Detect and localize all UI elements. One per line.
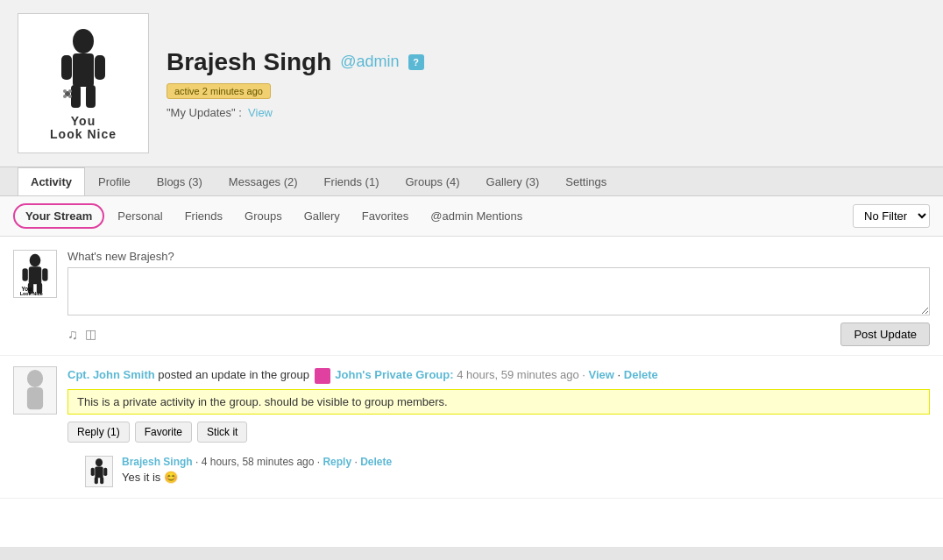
- reply-reply-link[interactable]: Reply: [323, 456, 351, 468]
- activity-separator: ·: [618, 368, 624, 381]
- post-actions-row: ♫ ◫ Post Update: [67, 323, 930, 346]
- svg-point-21: [96, 458, 103, 466]
- tab-groups[interactable]: Groups (4): [392, 167, 472, 195]
- activity-action-text: posted an update in the group: [158, 368, 312, 381]
- profile-name-row: Brajesh Singh @admin ?: [167, 48, 925, 76]
- activity-delete-link[interactable]: Delete: [624, 368, 658, 381]
- profile-name: Brajesh Singh: [167, 48, 331, 76]
- subnav-mentions[interactable]: @admin Mentions: [422, 205, 531, 227]
- stick-it-button[interactable]: Stick it: [197, 422, 247, 443]
- favorite-button[interactable]: Favorite: [135, 422, 192, 443]
- svg-rect-13: [22, 268, 27, 281]
- svg-rect-12: [29, 266, 42, 284]
- tab-friends[interactable]: Friends (1): [311, 167, 393, 195]
- activity-avatar-svg: [16, 369, 54, 413]
- activity-item: Cpt. John Smith posted an update in the …: [0, 356, 943, 499]
- reply-text: Yes it is 😊: [122, 471, 930, 484]
- view-link[interactable]: View: [248, 106, 273, 119]
- activity-user-link[interactable]: Cpt. John Smith: [67, 368, 155, 381]
- svg-point-11: [30, 253, 41, 266]
- svg-point-10: [68, 95, 72, 98]
- reply-body: Brajesh Singh · 4 hours, 58 minutes ago …: [122, 456, 930, 487]
- tab-settings[interactable]: Settings: [552, 167, 620, 195]
- svg-text:Look Nice: Look Nice: [20, 291, 43, 296]
- svg-rect-23: [91, 467, 95, 475]
- reply-button[interactable]: Reply (1): [67, 422, 130, 443]
- post-avatar-svg: You Look Nice: [16, 252, 54, 296]
- svg-point-0: [73, 29, 94, 53]
- subnav-friends[interactable]: Friends: [176, 205, 231, 227]
- post-icons: ♫ ◫: [67, 327, 96, 343]
- active-badge: active 2 minutes ago: [167, 83, 271, 99]
- you-look-nice-text: You Look Nice: [48, 115, 118, 142]
- reply-avatar-svg: [87, 457, 111, 486]
- no-filter-select[interactable]: No Filter: [853, 204, 930, 228]
- profile-avatar: You Look Nice: [18, 13, 149, 153]
- silhouette-svg: [48, 25, 118, 113]
- tab-gallery[interactable]: Gallery (3): [473, 167, 553, 195]
- svg-point-8: [68, 89, 72, 93]
- activity-body: Cpt. John Smith posted an update in the …: [67, 366, 930, 487]
- post-user-avatar: You Look Nice: [13, 250, 57, 298]
- reply-time: · 4 hours, 58 minutes ago ·: [195, 456, 323, 468]
- svg-rect-26: [100, 477, 103, 484]
- reply-meta: Brajesh Singh · 4 hours, 58 minutes ago …: [122, 456, 930, 468]
- music-icon[interactable]: ♫: [67, 327, 78, 343]
- activity-user-avatar: [13, 366, 57, 415]
- group-icon-badge: [315, 368, 330, 384]
- subnav-your-stream[interactable]: Your Stream: [13, 203, 104, 229]
- svg-rect-1: [73, 53, 94, 87]
- svg-rect-4: [71, 85, 81, 108]
- my-updates-label: "My Updates" :: [167, 106, 242, 119]
- reply-delete-link[interactable]: Delete: [360, 456, 392, 468]
- subnav-personal[interactable]: Personal: [109, 205, 171, 227]
- activity-group-link[interactable]: John's Private Group:: [335, 368, 453, 381]
- svg-rect-2: [61, 55, 72, 80]
- activity-time: 4 hours, 59 minutes ago ·: [457, 368, 588, 381]
- svg-point-7: [63, 89, 67, 93]
- reply-area: Brajesh Singh · 4 hours, 58 minutes ago …: [67, 451, 930, 487]
- activity-meta: Cpt. John Smith posted an update in the …: [67, 366, 930, 384]
- svg-rect-5: [86, 85, 96, 108]
- svg-rect-25: [95, 477, 98, 484]
- subnav-gallery[interactable]: Gallery: [295, 205, 349, 227]
- svg-rect-3: [95, 55, 105, 80]
- activity-message: This is a private activity in the group.…: [67, 389, 930, 415]
- tab-messages[interactable]: Messages (2): [216, 167, 311, 195]
- subnav-favorites[interactable]: Favorites: [353, 205, 417, 227]
- profile-info: Brajesh Singh @admin ? active 2 minutes …: [167, 48, 925, 119]
- activity-buttons: Reply (1) Favorite Stick it: [67, 422, 930, 443]
- svg-rect-24: [103, 467, 107, 475]
- post-form: What's new Brajesh? ♫ ◫ Post Update: [67, 250, 930, 346]
- activity-view-link[interactable]: View: [589, 368, 614, 381]
- reply-user-link[interactable]: Brajesh Singh: [122, 456, 193, 468]
- post-area: You Look Nice What's new Brajesh? ♫ ◫ Po…: [0, 237, 943, 356]
- tab-profile[interactable]: Profile: [85, 167, 144, 195]
- svg-rect-14: [42, 268, 47, 281]
- svg-rect-20: [27, 386, 43, 408]
- svg-point-19: [27, 369, 43, 386]
- subnav-groups[interactable]: Groups: [236, 205, 291, 227]
- stream-subnav: Your Stream Personal Friends Groups Gall…: [0, 196, 943, 237]
- svg-point-9: [63, 95, 67, 98]
- whats-new-label: What's new Brajesh?: [67, 250, 930, 263]
- main-content: Your Stream Personal Friends Groups Gall…: [0, 196, 943, 547]
- post-update-button[interactable]: Post Update: [840, 323, 930, 346]
- reply-user-avatar: [85, 456, 113, 487]
- tab-activity[interactable]: Activity: [18, 167, 85, 195]
- nav-tabs: Activity Profile Blogs (3) Messages (2) …: [0, 167, 943, 196]
- media-icon[interactable]: ◫: [85, 327, 96, 343]
- profile-section: You Look Nice Brajesh Singh @admin ? act…: [0, 0, 943, 167]
- whats-new-textarea[interactable]: [67, 267, 930, 315]
- svg-rect-22: [95, 466, 103, 478]
- profile-question-icon[interactable]: ?: [408, 54, 424, 70]
- profile-username: @admin: [340, 53, 399, 71]
- tab-blogs[interactable]: Blogs (3): [144, 167, 216, 195]
- my-updates: "My Updates" : View: [167, 106, 925, 119]
